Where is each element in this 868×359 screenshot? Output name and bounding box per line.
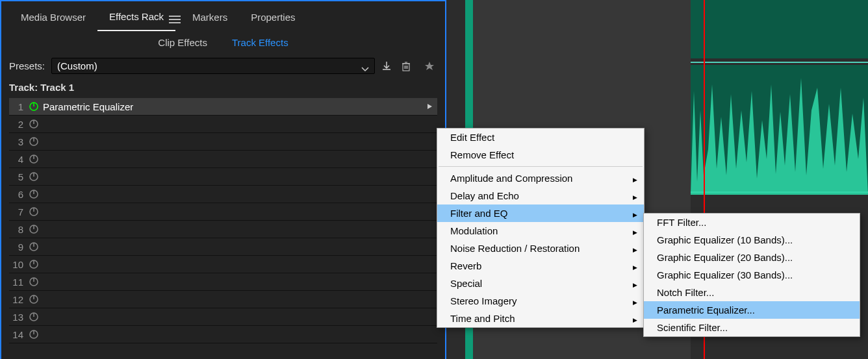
preset-dropdown[interactable]: (Custom): [51, 58, 375, 74]
menu-remove-effect[interactable]: Remove Effect: [437, 146, 644, 164]
menu-noise[interactable]: Noise Reduction / Restoration: [437, 240, 644, 257]
slot-number: 4: [9, 154, 27, 165]
slot-number: 7: [9, 206, 27, 217]
chevron-down-icon: [361, 63, 369, 74]
power-toggle-icon[interactable]: [27, 170, 40, 183]
delete-preset-icon[interactable]: [398, 58, 414, 74]
effect-slots: 1Parametric Equalizer234567891011121314: [1, 98, 445, 343]
power-toggle-icon[interactable]: [27, 275, 40, 288]
effect-slot-3[interactable]: 3: [9, 133, 437, 151]
effect-slot-14[interactable]: 14: [9, 326, 437, 343]
menu-stereo[interactable]: Stereo Imagery: [437, 292, 644, 310]
menu-edit-effect[interactable]: Edit Effect: [437, 129, 644, 146]
preset-value: (Custom): [57, 60, 97, 71]
power-toggle-icon[interactable]: [27, 223, 40, 236]
power-toggle-icon[interactable]: [27, 328, 40, 341]
menu-amplitude[interactable]: Amplitude and Compression: [437, 169, 644, 187]
favorite-icon[interactable]: [422, 58, 437, 74]
power-toggle-icon[interactable]: [27, 310, 40, 323]
submenu-filter-eq: FFT Filter... Graphic Equalizer (10 Band…: [643, 213, 860, 337]
effect-slot-10[interactable]: 10: [9, 256, 437, 273]
effect-slot-8[interactable]: 8: [9, 221, 437, 238]
effect-slot-2[interactable]: 2: [9, 116, 437, 133]
waveform-divider: [691, 62, 868, 63]
submenu-parametric-eq[interactable]: Parametric Equalizer...: [644, 301, 860, 319]
slot-number: 9: [9, 241, 27, 253]
slot-number: 8: [9, 224, 27, 235]
slot-number: 6: [9, 189, 27, 200]
presets-label: Presets:: [9, 60, 45, 71]
effect-slot-9[interactable]: 9: [9, 238, 437, 256]
power-toggle-icon[interactable]: [27, 188, 40, 201]
slot-number: 3: [9, 136, 27, 147]
effect-slot-12[interactable]: 12: [9, 291, 437, 308]
tab-media-browser[interactable]: Media Browser: [9, 8, 97, 31]
slot-number: 5: [9, 171, 27, 182]
effects-rack-panel: Media Browser Effects Rack Markers Prope…: [0, 0, 446, 359]
menu-delay[interactable]: Delay and Echo: [437, 187, 644, 204]
open-effect-icon[interactable]: [422, 103, 437, 110]
power-toggle-icon[interactable]: [27, 258, 40, 271]
slot-number: 14: [9, 329, 27, 340]
waveform-top: [691, 0, 868, 58]
effect-slot-4[interactable]: 4: [9, 151, 437, 168]
effect-slot-7[interactable]: 7: [9, 203, 437, 221]
menu-special[interactable]: Special: [437, 275, 644, 292]
presets-row: Presets: (Custom): [1, 53, 445, 79]
save-preset-icon[interactable]: [379, 58, 394, 74]
submenu-scientific[interactable]: Scientific Filter...: [644, 319, 860, 336]
menu-modulation[interactable]: Modulation: [437, 222, 644, 240]
slot-number: 2: [9, 119, 27, 130]
power-toggle-icon[interactable]: [27, 293, 40, 306]
power-toggle-icon[interactable]: [27, 240, 40, 253]
power-toggle-icon[interactable]: [27, 135, 40, 148]
track-label: Track: Track 1: [1, 79, 445, 98]
menu-reverb[interactable]: Reverb: [437, 257, 644, 275]
effect-slot-13[interactable]: 13: [9, 308, 437, 326]
tab-markers[interactable]: Markers: [181, 8, 239, 31]
submenu-notch[interactable]: Notch Filter...: [644, 284, 860, 301]
effect-slot-1[interactable]: 1Parametric Equalizer: [9, 98, 437, 116]
effect-slot-11[interactable]: 11: [9, 273, 437, 291]
power-toggle-icon[interactable]: [27, 153, 40, 166]
waveform-svg: [691, 65, 868, 195]
effect-slot-5[interactable]: 5: [9, 168, 437, 186]
slot-number: 1: [9, 101, 27, 112]
effect-name: Parametric Equalizer: [40, 101, 422, 112]
menu-separator: [439, 166, 643, 167]
menu-filter-eq[interactable]: Filter and EQ: [437, 204, 644, 222]
slot-number: 10: [9, 259, 27, 270]
submenu-fft[interactable]: FFT Filter...: [644, 214, 860, 231]
power-toggle-icon[interactable]: [27, 100, 40, 113]
power-toggle-icon[interactable]: [27, 118, 40, 130]
slot-number: 13: [9, 312, 27, 323]
effect-slot-6[interactable]: 6: [9, 186, 437, 203]
power-toggle-icon[interactable]: [27, 205, 40, 218]
slot-number: 11: [9, 277, 27, 288]
tab-properties[interactable]: Properties: [239, 8, 307, 31]
menu-time[interactable]: Time and Pitch: [437, 310, 644, 327]
slot-number: 12: [9, 294, 27, 305]
context-menu: Edit Effect Remove Effect Amplitude and …: [437, 128, 645, 328]
panel-menu-icon[interactable]: [169, 14, 181, 25]
subtab-track-effects[interactable]: Track Effects: [220, 32, 301, 53]
submenu-geq30[interactable]: Graphic Equalizer (30 Bands)...: [644, 266, 860, 284]
subtab-clip-effects[interactable]: Clip Effects: [146, 32, 220, 53]
submenu-geq20[interactable]: Graphic Equalizer (20 Bands)...: [644, 249, 860, 266]
tab-effects-rack[interactable]: Effects Rack: [97, 8, 175, 31]
submenu-geq10[interactable]: Graphic Equalizer (10 Bands)...: [644, 231, 860, 249]
